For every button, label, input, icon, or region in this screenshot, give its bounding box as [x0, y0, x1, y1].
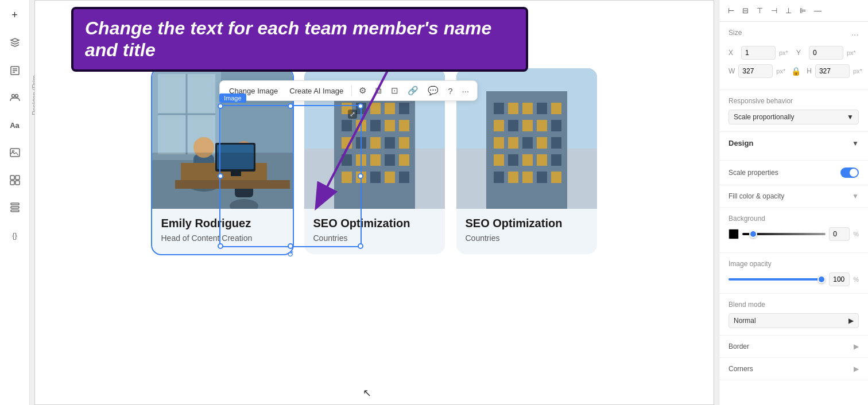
border-arrow[interactable]: ▶	[854, 342, 859, 351]
add-icon[interactable]: +	[7, 7, 23, 23]
lock-icon[interactable]: 🔒	[791, 67, 801, 76]
svg-point-4	[11, 95, 14, 98]
h-label: H	[807, 67, 812, 75]
svg-rect-68	[508, 120, 518, 131]
comment-icon[interactable]: 💬	[425, 84, 441, 97]
color-slider-thumb[interactable]	[749, 230, 757, 238]
svg-rect-44	[342, 137, 352, 149]
image-opacity-input[interactable]	[829, 272, 850, 286]
card-name-2[interactable]: SEO Optimization	[313, 217, 436, 230]
crop-icon[interactable]: ⊡	[389, 84, 401, 97]
code-icon[interactable]: {}	[7, 227, 23, 243]
svg-rect-74	[522, 137, 533, 149]
align-center-h-icon[interactable]: ⊟	[739, 5, 751, 17]
blend-mode-dropdown[interactable]: Normal ▶	[728, 313, 859, 328]
corners-arrow[interactable]: ▶	[854, 365, 859, 373]
svg-rect-84	[522, 172, 533, 183]
y-input[interactable]	[809, 46, 843, 60]
toolbar-divider-1	[351, 85, 352, 96]
scale-toggle[interactable]	[840, 168, 859, 178]
svg-rect-26	[175, 180, 290, 189]
distribute-icon[interactable]: ⊫	[797, 5, 809, 17]
image-badge: Image	[219, 94, 246, 103]
wh-row: W px* 🔒 H px*	[728, 64, 859, 78]
svg-rect-46	[370, 137, 381, 149]
card-title-3[interactable]: Countries	[466, 233, 588, 243]
card-name-3[interactable]: SEO Optimization	[466, 217, 588, 230]
size-more-icon[interactable]: ···	[851, 30, 859, 40]
image-opacity-section: Image opacity %	[719, 253, 868, 294]
align-top-icon[interactable]: ⊤	[754, 5, 766, 17]
more-align-icon[interactable]: —	[811, 5, 824, 17]
svg-rect-53	[399, 154, 409, 166]
svg-rect-63	[508, 103, 518, 114]
design-chevron[interactable]: ▼	[852, 139, 859, 147]
team-icon[interactable]	[7, 89, 23, 106]
image-toolbar: Change Image Create AI Image ⚙ ⧉ ⊡ 🔗 💬 ?…	[219, 80, 478, 101]
create-ai-button[interactable]: Create AI Image	[286, 85, 347, 97]
svg-rect-40	[356, 120, 366, 131]
text-icon[interactable]: Aa	[7, 117, 23, 133]
svg-rect-82	[494, 172, 504, 183]
background-section: Background %	[719, 208, 868, 253]
more-icon[interactable]: ···	[460, 85, 472, 97]
svg-rect-14	[11, 210, 19, 212]
blend-mode-chevron: ▶	[848, 317, 854, 325]
background-color-swatch[interactable]	[728, 229, 739, 239]
gear-icon[interactable]: ⚙	[356, 84, 369, 97]
svg-rect-10	[10, 181, 14, 185]
x-label: X	[728, 49, 738, 57]
responsive-dropdown[interactable]: Scale proportionally ▼	[728, 110, 859, 124]
corners-section: Corners ▶	[719, 358, 868, 380]
color-slider-row	[742, 233, 826, 235]
card-name-1[interactable]: Emily Rodriguez	[161, 217, 284, 230]
card-title-2[interactable]: Countries	[313, 233, 436, 243]
svg-rect-48	[399, 137, 409, 149]
color-slider[interactable]	[742, 233, 826, 235]
svg-rect-72	[494, 137, 504, 149]
svg-rect-83	[508, 172, 518, 183]
layers-icon[interactable]	[7, 34, 23, 50]
svg-rect-69	[522, 120, 533, 131]
duplicate-icon[interactable]: ⧉	[373, 84, 384, 97]
left-sidebar: + Aa	[0, 0, 30, 405]
x-unit: px*	[779, 49, 788, 56]
right-panel: ⊢ ⊟ ⊤ ⊣ ⊥ ⊫ — Size ··· X px* Y px* W px*…	[719, 0, 868, 405]
opacity-slider-thumb[interactable]	[817, 275, 826, 283]
pages-icon[interactable]	[7, 62, 23, 78]
design-title-row: Design ▼	[728, 139, 859, 147]
align-left-icon[interactable]: ⊢	[725, 5, 737, 17]
border-section: Border ▶	[719, 336, 868, 358]
fill-color-label: Fill color & opacity	[728, 192, 784, 200]
align-bottom-icon[interactable]: ⊥	[782, 5, 795, 17]
responsive-chevron: ▼	[847, 113, 854, 121]
w-input[interactable]	[738, 64, 773, 78]
data-icon[interactable]	[7, 200, 23, 216]
cursor: ↖	[363, 387, 371, 399]
image-icon[interactable]	[7, 145, 23, 161]
align-center-v-icon[interactable]: ⊣	[768, 5, 780, 17]
svg-rect-62	[494, 103, 504, 114]
svg-rect-57	[385, 172, 395, 183]
components-icon[interactable]	[7, 172, 23, 188]
h-input[interactable]	[815, 64, 850, 78]
image-opacity-label: Image opacity	[728, 260, 859, 268]
svg-rect-36	[370, 103, 381, 114]
x-input[interactable]	[741, 46, 776, 60]
svg-rect-24	[235, 157, 253, 197]
svg-rect-86	[551, 172, 561, 183]
fill-chevron[interactable]: ▼	[852, 192, 859, 200]
card-info-2: SEO Optimization Countries	[304, 209, 445, 254]
opacity-slider[interactable]	[728, 278, 826, 281]
svg-rect-21	[193, 154, 214, 186]
svg-point-20	[187, 174, 221, 192]
bg-opacity-input[interactable]	[829, 227, 850, 241]
card-title-1[interactable]: Head of Content Creation	[161, 233, 284, 243]
svg-rect-49	[342, 154, 352, 166]
responsive-section: Responsive behavior Scale proportionally…	[719, 90, 868, 132]
link-icon[interactable]: 🔗	[405, 84, 421, 97]
scale-section: Scale properties	[719, 161, 868, 185]
opacity-slider-row: %	[728, 272, 859, 286]
svg-rect-64	[522, 103, 533, 114]
help-icon[interactable]: ?	[445, 85, 455, 97]
